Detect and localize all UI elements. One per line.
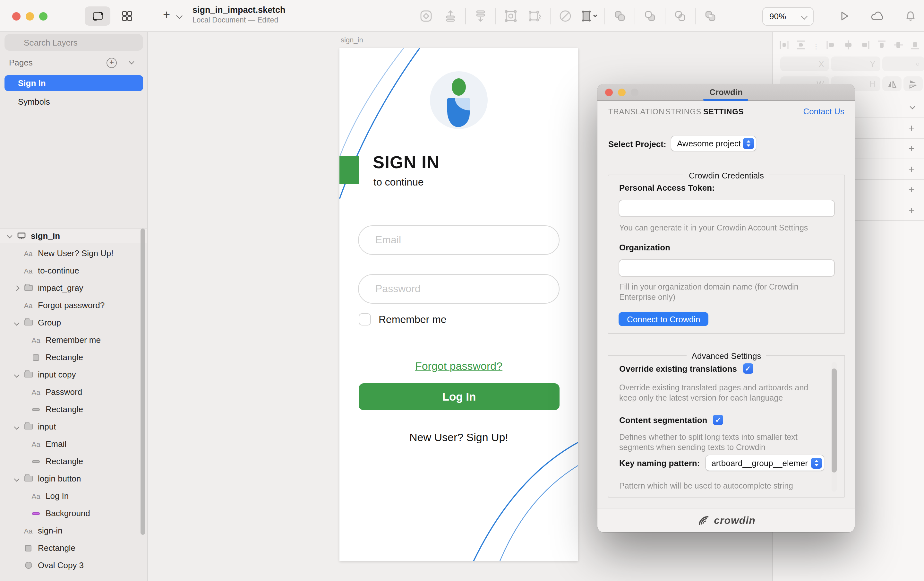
tab-settings[interactable]: SETTINGS [703,107,744,116]
zoom-window-button[interactable] [39,12,48,20]
organization-input[interactable] [619,259,835,277]
align-top-icon[interactable] [876,40,887,53]
layer-row-shape[interactable]: Background [0,505,147,522]
layer-row-text[interactable]: AaLog In [0,487,147,505]
difference-icon[interactable] [702,8,719,25]
distribute-horizontally-icon[interactable] [779,40,789,53]
layer-row-text[interactable]: Aato-continue [0,262,147,279]
section-collapse-chevron-icon[interactable] [910,104,915,109]
sign-up-link[interactable]: New User? Sign Up! [340,431,578,444]
move-backward-icon[interactable] [472,8,489,25]
artboard-root-row[interactable]: sign_in [0,228,147,243]
align-center-horizontally-icon[interactable] [843,40,853,53]
add-style-button[interactable]: + [909,205,915,216]
move-forward-icon[interactable] [442,8,459,25]
content-segmentation-checkbox[interactable]: ✓ [713,415,723,425]
pages-collapse-chevron-icon[interactable] [129,59,134,65]
page-item-sign-in[interactable]: Sign In [5,75,143,91]
layer-row-text[interactable]: AaRemember me [0,331,147,349]
project-select[interactable]: Awesome project [671,136,756,151]
insert-chevron-icon[interactable] [176,13,183,19]
page-item-symbols[interactable]: Symbols [5,94,143,110]
collapse-chevron-icon[interactable] [14,320,20,326]
more-options-dots-icon[interactable]: ⋮ [813,42,820,50]
crowdin-titlebar[interactable]: Crowdin [597,84,855,101]
forgot-password-link[interactable]: Forgot password? [340,360,578,373]
personal-access-token-input[interactable] [619,200,835,217]
layer-row-group[interactable]: Group [0,314,147,331]
expand-chevron-icon[interactable] [14,285,20,291]
add-page-button[interactable]: + [107,58,117,68]
insert-button[interactable]: + [163,8,170,22]
layer-row-group[interactable]: impact_gray [0,279,147,296]
artboard[interactable]: SIGN IN to continue Email Password Remem… [340,48,578,561]
collapse-chevron-icon[interactable] [7,233,13,238]
subtract-icon[interactable] [642,8,658,25]
y-position-field[interactable]: Y [831,56,880,71]
log-in-button[interactable]: Log In [359,383,559,410]
password-field[interactable]: Password [358,274,559,304]
tab-strings[interactable]: STRINGS [665,107,701,116]
flip-vertical-button[interactable] [903,76,923,91]
layer-row-shape[interactable]: Oval Copy 3 [0,556,147,574]
layer-row-group[interactable]: input [0,418,147,435]
remember-me-checkbox[interactable] [359,313,371,326]
layer-row-shape[interactable]: Rectangle [0,401,147,418]
mask-icon[interactable] [557,8,574,25]
settings-scrollbar[interactable] [832,362,837,492]
rotation-field[interactable]: ○ [882,56,924,71]
add-style-button[interactable]: + [909,184,915,196]
layer-row-text[interactable]: AaNew User? Sign Up! [0,245,147,262]
distribute-vertically-icon[interactable] [796,40,806,53]
resize-constraints-icon[interactable] [581,8,598,25]
layer-row-group[interactable]: input copy [0,366,147,383]
intersect-icon[interactable] [672,8,688,25]
email-field[interactable]: Email [358,225,559,255]
align-left-icon[interactable] [826,40,837,53]
search-layers-input[interactable] [5,34,143,51]
artboard-name-label[interactable]: sign_in [341,36,363,44]
grid-view-toggle[interactable] [114,7,140,26]
layer-row-text[interactable]: Aasign-in [0,522,147,539]
cloud-share-button[interactable] [869,8,886,25]
zoom-level-select[interactable]: 90% [762,7,813,26]
close-window-button[interactable] [12,12,21,20]
add-style-button[interactable]: + [909,122,915,134]
minimize-window-button[interactable] [26,12,34,20]
align-middle-vertically-icon[interactable] [893,40,903,53]
layer-row-group[interactable]: login button [0,470,147,487]
collapse-chevron-icon[interactable] [14,372,20,377]
insert-shape-icon[interactable] [418,8,434,25]
align-bottom-icon[interactable] [910,40,920,53]
sidebar-scrollbar[interactable] [140,228,145,535]
document-title-block[interactable]: sign_in_impact.sketch Local Document — E… [193,5,285,24]
add-style-button[interactable]: + [909,164,915,175]
green-accent-block[interactable] [340,156,359,184]
union-icon[interactable] [612,8,628,25]
layer-row-shape[interactable]: Rectangle [0,453,147,470]
collapse-chevron-icon[interactable] [14,424,20,429]
layer-row-text[interactable]: AaEmail [0,435,147,453]
layer-row-text[interactable]: AaPassword [0,383,147,401]
connect-to-crowdin-button[interactable]: Connect to Crowdin [619,312,708,326]
align-right-icon[interactable] [860,40,870,53]
x-position-field[interactable]: X [780,56,829,71]
notifications-bell-button[interactable] [902,8,919,25]
canvas-view-toggle[interactable] [85,7,111,26]
line-layer-icon [31,408,41,411]
preview-play-button[interactable] [836,8,853,25]
group-icon[interactable] [502,8,519,25]
tab-translation[interactable]: TRANSLATION [608,107,665,116]
override-translations-checkbox[interactable]: ✓ [743,363,753,374]
key-naming-pattern-select[interactable]: artboard__group__elemer [706,455,823,470]
collapse-chevron-icon[interactable] [14,476,20,482]
contact-us-link[interactable]: Contact Us [803,107,845,116]
add-style-button[interactable]: + [909,143,915,155]
layer-row-shape[interactable]: Rectangle [0,539,147,556]
settings-scrollbar-thumb[interactable] [832,369,837,472]
impact-logo[interactable] [430,71,488,129]
flip-horizontal-button[interactable] [882,76,901,91]
layer-row-shape[interactable]: Rectangle [0,349,147,366]
layer-row-text[interactable]: AaForgot password? [0,296,147,314]
ungroup-icon[interactable] [527,8,543,25]
